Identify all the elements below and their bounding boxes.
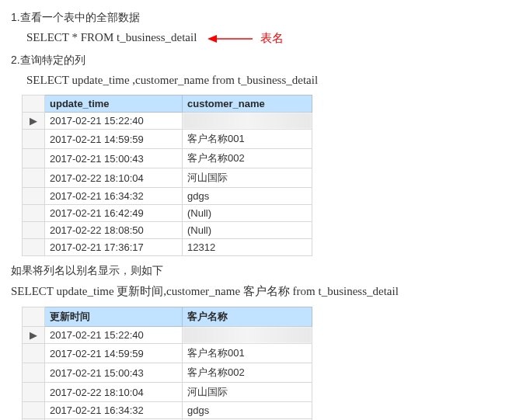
col-header-customer-name-alias: 客户名称 <box>183 307 312 327</box>
cell-customer-name: 客户名称001 <box>183 344 312 363</box>
row-handle-header <box>23 95 45 113</box>
table-row: 2017-02-22 18:08:50(Null) <box>23 222 312 239</box>
cell-customer-name: gdgs <box>183 188 312 205</box>
cell-customer-name: gdgs <box>183 402 312 419</box>
cell-update-time: 2017-02-21 15:00:43 <box>45 149 183 168</box>
cell-update-time: 2017-02-22 18:08:50 <box>45 222 183 239</box>
row-handle <box>23 130 45 149</box>
table-row: 2017-02-22 18:10:04河山国际 <box>23 383 312 402</box>
cell-customer-name <box>183 327 312 344</box>
cell-update-time: 2017-02-21 14:59:59 <box>45 344 183 363</box>
table-row: 2017-02-21 14:59:59客户名称001 <box>23 344 312 363</box>
result-table-1: update_time customer_name ▶2017-02-21 15… <box>22 95 312 256</box>
row-handle <box>23 402 45 419</box>
row-handle: ▶ <box>23 327 45 344</box>
cell-update-time: 2017-02-22 18:10:04 <box>45 383 183 402</box>
sql-statement-2: SELECT update_time ,customer_name from t… <box>26 74 498 87</box>
row-handle <box>23 149 45 168</box>
row-handle <box>23 205 45 222</box>
table-row: 2017-02-21 15:00:43客户名称002 <box>23 149 312 168</box>
arrow-icon <box>207 33 254 45</box>
arrow-annotation: 表名 <box>207 31 284 46</box>
alias-note: 如果将列名以别名显示，则如下 <box>11 264 498 278</box>
cell-update-time: 2017-02-21 14:59:59 <box>45 130 183 149</box>
cell-update-time: 2017-02-21 15:22:40 <box>45 327 183 344</box>
svg-marker-1 <box>207 35 217 43</box>
cell-update-time: 2017-02-21 16:34:32 <box>45 402 183 419</box>
table-row: ▶2017-02-21 15:22:40 <box>23 327 312 344</box>
col-header-update-time: update_time <box>45 95 183 113</box>
cell-customer-name: 客户名称001 <box>183 130 312 149</box>
cell-customer-name: 客户名称002 <box>183 149 312 168</box>
table-row: 2017-02-21 16:34:32gdgs <box>23 188 312 205</box>
row-handle <box>23 239 45 256</box>
section-1-title: 1.查看一个表中的全部数据 <box>11 11 498 25</box>
table-row: 2017-02-21 14:59:59客户名称001 <box>23 130 312 149</box>
cell-customer-name: 河山国际 <box>183 168 312 188</box>
table-row: 2017-02-21 16:34:32gdgs <box>23 402 312 419</box>
table-row: 2017-02-21 15:00:43客户名称002 <box>23 363 312 383</box>
section-2-title: 2.查询特定的列 <box>11 54 498 68</box>
cell-customer-name: (Null) <box>183 222 312 239</box>
sql-text-1: SELECT * FROM t_business_detail <box>26 31 197 43</box>
table-row: 2017-02-22 18:10:04河山国际 <box>23 168 312 188</box>
cell-customer-name <box>183 113 312 130</box>
cell-customer-name: 河山国际 <box>183 383 312 402</box>
cell-customer-name: 客户名称002 <box>183 363 312 383</box>
row-handle <box>23 363 45 383</box>
cell-update-time: 2017-02-21 16:34:32 <box>45 188 183 205</box>
row-handle <box>23 383 45 402</box>
row-handle <box>23 344 45 363</box>
sql-statement-3: SELECT update_time 更新时间,customer_name 客户… <box>11 284 498 299</box>
col-header-update-time-alias: 更新时间 <box>45 307 183 327</box>
table-row: 2017-02-21 17:36:1712312 <box>23 239 312 256</box>
sql-statement-1: SELECT * FROM t_business_detail 表名 <box>26 31 498 46</box>
row-handle: ▶ <box>23 113 45 130</box>
cell-customer-name: (Null) <box>183 205 312 222</box>
cell-update-time: 2017-02-21 17:36:17 <box>45 239 183 256</box>
result-table-2: 更新时间 客户名称 ▶2017-02-21 15:22:402017-02-21… <box>22 307 312 420</box>
col-header-customer-name: customer_name <box>183 95 312 113</box>
row-handle <box>23 168 45 188</box>
cell-update-time: 2017-02-21 15:00:43 <box>45 363 183 383</box>
cell-customer-name: 12312 <box>183 239 312 256</box>
table-row: ▶2017-02-21 15:22:40 <box>23 113 312 130</box>
row-handle-header <box>23 307 45 327</box>
row-handle <box>23 188 45 205</box>
cell-update-time: 2017-02-21 16:42:49 <box>45 205 183 222</box>
cell-update-time: 2017-02-21 15:22:40 <box>45 113 183 130</box>
arrow-label: 表名 <box>260 32 284 44</box>
cell-update-time: 2017-02-22 18:10:04 <box>45 168 183 188</box>
row-handle <box>23 222 45 239</box>
table-row: 2017-02-21 16:42:49(Null) <box>23 205 312 222</box>
